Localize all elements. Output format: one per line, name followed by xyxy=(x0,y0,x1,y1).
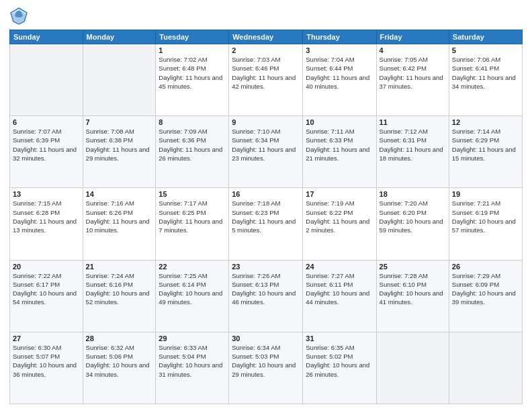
day-number: 11 xyxy=(380,118,446,126)
day-number: 22 xyxy=(159,263,226,271)
calendar-cell: 6Sunrise: 7:07 AM Sunset: 6:39 PM Daylig… xyxy=(10,116,83,188)
day-info: Sunrise: 7:21 AM Sunset: 6:19 PM Dayligh… xyxy=(452,199,519,234)
calendar-cell xyxy=(449,332,522,404)
day-number: 26 xyxy=(452,263,519,271)
day-info: Sunrise: 6:30 AM Sunset: 5:07 PM Dayligh… xyxy=(13,343,80,379)
day-info: Sunrise: 7:20 AM Sunset: 6:20 PM Dayligh… xyxy=(380,199,446,234)
day-number: 7 xyxy=(86,118,153,126)
calendar-cell: 18Sunrise: 7:20 AM Sunset: 6:20 PM Dayli… xyxy=(376,188,449,260)
day-info: Sunrise: 6:32 AM Sunset: 5:06 PM Dayligh… xyxy=(86,343,153,379)
weekday-header-saturday: Saturday xyxy=(449,30,522,44)
day-info: Sunrise: 7:16 AM Sunset: 6:26 PM Dayligh… xyxy=(86,199,153,234)
calendar-cell: 5Sunrise: 7:06 AM Sunset: 6:41 PM Daylig… xyxy=(449,44,522,116)
day-info: Sunrise: 6:34 AM Sunset: 5:03 PM Dayligh… xyxy=(232,343,300,379)
logo xyxy=(9,7,31,26)
calendar-cell: 1Sunrise: 7:02 AM Sunset: 6:48 PM Daylig… xyxy=(156,44,229,116)
day-number: 24 xyxy=(306,263,373,271)
calendar-week-2: 6Sunrise: 7:07 AM Sunset: 6:39 PM Daylig… xyxy=(10,116,523,188)
day-number: 4 xyxy=(380,46,446,54)
day-info: Sunrise: 7:06 AM Sunset: 6:41 PM Dayligh… xyxy=(452,55,519,91)
calendar-cell: 19Sunrise: 7:21 AM Sunset: 6:19 PM Dayli… xyxy=(449,188,522,260)
calendar-week-5: 27Sunrise: 6:30 AM Sunset: 5:07 PM Dayli… xyxy=(10,332,523,404)
calendar-cell: 21Sunrise: 7:24 AM Sunset: 6:16 PM Dayli… xyxy=(83,260,156,332)
day-number: 13 xyxy=(13,190,80,198)
calendar-week-1: 1Sunrise: 7:02 AM Sunset: 6:48 PM Daylig… xyxy=(10,44,523,116)
day-number: 31 xyxy=(306,334,373,342)
day-number: 27 xyxy=(13,334,80,342)
calendar-cell: 23Sunrise: 7:26 AM Sunset: 6:13 PM Dayli… xyxy=(229,260,303,332)
day-info: Sunrise: 6:33 AM Sunset: 5:04 PM Dayligh… xyxy=(159,343,226,379)
day-number: 2 xyxy=(232,46,300,54)
day-info: Sunrise: 7:07 AM Sunset: 6:39 PM Dayligh… xyxy=(13,127,80,163)
calendar-cell: 29Sunrise: 6:33 AM Sunset: 5:04 PM Dayli… xyxy=(156,332,229,404)
day-number: 3 xyxy=(306,46,373,54)
calendar-cell: 13Sunrise: 7:15 AM Sunset: 6:28 PM Dayli… xyxy=(10,188,83,260)
calendar-cell: 17Sunrise: 7:19 AM Sunset: 6:22 PM Dayli… xyxy=(303,188,376,260)
weekday-header-thursday: Thursday xyxy=(303,30,376,44)
day-info: Sunrise: 7:02 AM Sunset: 6:48 PM Dayligh… xyxy=(159,55,226,91)
day-number: 30 xyxy=(232,334,300,342)
calendar-week-4: 20Sunrise: 7:22 AM Sunset: 6:17 PM Dayli… xyxy=(10,260,523,332)
calendar-cell: 12Sunrise: 7:14 AM Sunset: 6:29 PM Dayli… xyxy=(449,116,522,188)
day-info: Sunrise: 7:12 AM Sunset: 6:31 PM Dayligh… xyxy=(380,127,446,163)
calendar-cell: 25Sunrise: 7:28 AM Sunset: 6:10 PM Dayli… xyxy=(376,260,449,332)
day-info: Sunrise: 7:09 AM Sunset: 6:36 PM Dayligh… xyxy=(159,127,226,163)
day-number: 14 xyxy=(86,190,153,198)
calendar-cell: 15Sunrise: 7:17 AM Sunset: 6:25 PM Dayli… xyxy=(156,188,229,260)
day-number: 19 xyxy=(452,190,519,198)
day-info: Sunrise: 7:17 AM Sunset: 6:25 PM Dayligh… xyxy=(159,199,226,234)
calendar-cell: 22Sunrise: 7:25 AM Sunset: 6:14 PM Dayli… xyxy=(156,260,229,332)
day-info: Sunrise: 7:19 AM Sunset: 6:22 PM Dayligh… xyxy=(306,199,373,234)
calendar-cell: 2Sunrise: 7:03 AM Sunset: 6:46 PM Daylig… xyxy=(229,44,303,116)
day-number: 23 xyxy=(232,263,300,271)
day-info: Sunrise: 7:03 AM Sunset: 6:46 PM Dayligh… xyxy=(232,55,300,91)
day-info: Sunrise: 7:10 AM Sunset: 6:34 PM Dayligh… xyxy=(232,127,300,163)
calendar-cell: 8Sunrise: 7:09 AM Sunset: 6:36 PM Daylig… xyxy=(156,116,229,188)
day-number: 25 xyxy=(380,263,446,271)
calendar-week-3: 13Sunrise: 7:15 AM Sunset: 6:28 PM Dayli… xyxy=(10,188,523,260)
day-number: 15 xyxy=(159,190,226,198)
day-number: 10 xyxy=(306,118,373,126)
day-number: 1 xyxy=(159,46,226,54)
day-info: Sunrise: 7:29 AM Sunset: 6:09 PM Dayligh… xyxy=(452,271,519,307)
day-info: Sunrise: 7:28 AM Sunset: 6:10 PM Dayligh… xyxy=(380,271,446,307)
day-number: 18 xyxy=(380,190,446,198)
calendar-cell: 28Sunrise: 6:32 AM Sunset: 5:06 PM Dayli… xyxy=(83,332,156,404)
calendar-cell: 30Sunrise: 6:34 AM Sunset: 5:03 PM Dayli… xyxy=(229,332,303,404)
calendar-cell: 31Sunrise: 6:35 AM Sunset: 5:02 PM Dayli… xyxy=(303,332,376,404)
day-number: 5 xyxy=(452,46,519,54)
calendar-cell: 4Sunrise: 7:05 AM Sunset: 6:42 PM Daylig… xyxy=(376,44,449,116)
day-number: 20 xyxy=(13,263,80,271)
weekday-header-friday: Friday xyxy=(376,30,449,44)
day-info: Sunrise: 6:35 AM Sunset: 5:02 PM Dayligh… xyxy=(306,343,373,379)
calendar-cell: 27Sunrise: 6:30 AM Sunset: 5:07 PM Dayli… xyxy=(10,332,83,404)
calendar-cell: 3Sunrise: 7:04 AM Sunset: 6:44 PM Daylig… xyxy=(303,44,376,116)
day-number: 28 xyxy=(86,334,153,342)
day-info: Sunrise: 7:25 AM Sunset: 6:14 PM Dayligh… xyxy=(159,271,226,307)
calendar-cell xyxy=(376,332,449,404)
day-info: Sunrise: 7:05 AM Sunset: 6:42 PM Dayligh… xyxy=(380,55,446,91)
day-info: Sunrise: 7:11 AM Sunset: 6:33 PM Dayligh… xyxy=(306,127,373,163)
calendar-cell: 16Sunrise: 7:18 AM Sunset: 6:23 PM Dayli… xyxy=(229,188,303,260)
calendar-cell: 14Sunrise: 7:16 AM Sunset: 6:26 PM Dayli… xyxy=(83,188,156,260)
calendar-cell: 9Sunrise: 7:10 AM Sunset: 6:34 PM Daylig… xyxy=(229,116,303,188)
calendar-cell: 20Sunrise: 7:22 AM Sunset: 6:17 PM Dayli… xyxy=(10,260,83,332)
day-info: Sunrise: 7:22 AM Sunset: 6:17 PM Dayligh… xyxy=(13,271,80,307)
calendar-cell: 10Sunrise: 7:11 AM Sunset: 6:33 PM Dayli… xyxy=(303,116,376,188)
calendar-cell xyxy=(10,44,83,116)
calendar-cell: 26Sunrise: 7:29 AM Sunset: 6:09 PM Dayli… xyxy=(449,260,522,332)
day-info: Sunrise: 7:14 AM Sunset: 6:29 PM Dayligh… xyxy=(452,127,519,163)
calendar-table: SundayMondayTuesdayWednesdayThursdayFrid… xyxy=(9,30,523,404)
weekday-header-sunday: Sunday xyxy=(10,30,83,44)
day-info: Sunrise: 7:08 AM Sunset: 6:38 PM Dayligh… xyxy=(86,127,153,163)
weekday-header-monday: Monday xyxy=(83,30,156,44)
logo-icon xyxy=(9,7,28,26)
day-info: Sunrise: 7:04 AM Sunset: 6:44 PM Dayligh… xyxy=(306,55,373,91)
day-info: Sunrise: 7:26 AM Sunset: 6:13 PM Dayligh… xyxy=(232,271,300,307)
day-info: Sunrise: 7:18 AM Sunset: 6:23 PM Dayligh… xyxy=(232,199,300,234)
day-info: Sunrise: 7:27 AM Sunset: 6:11 PM Dayligh… xyxy=(306,271,373,307)
day-info: Sunrise: 7:15 AM Sunset: 6:28 PM Dayligh… xyxy=(13,199,80,234)
day-number: 8 xyxy=(159,118,226,126)
day-number: 21 xyxy=(86,263,153,271)
day-number: 12 xyxy=(452,118,519,126)
